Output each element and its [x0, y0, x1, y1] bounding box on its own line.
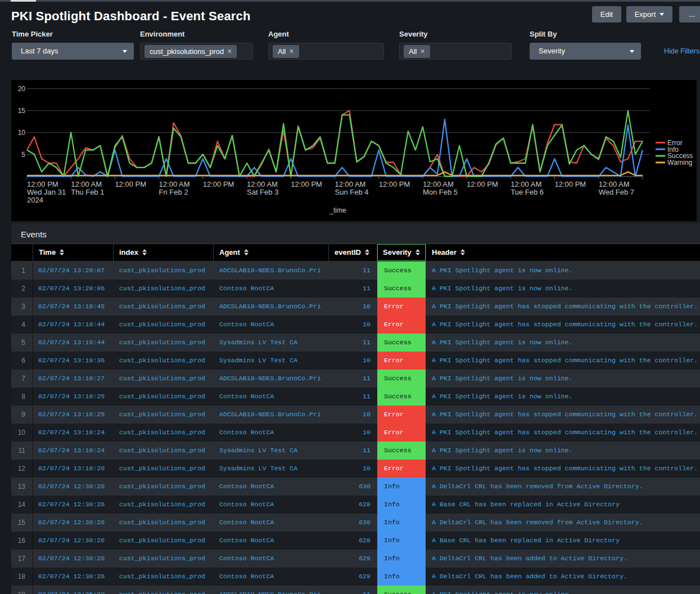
svg-text:20: 20 — [18, 85, 26, 93]
svg-text:12:00 PM: 12:00 PM — [203, 180, 234, 188]
svg-text:Tue Feb 6: Tue Feb 6 — [511, 188, 544, 196]
svg-text:Wed Feb 7: Wed Feb 7 — [599, 188, 634, 196]
svg-text:12:00 PM: 12:00 PM — [115, 180, 146, 188]
svg-text:12:00 PM: 12:00 PM — [27, 180, 58, 188]
svg-text:12:00 PM: 12:00 PM — [555, 180, 586, 188]
svg-text:Wed Jan 31: Wed Jan 31 — [27, 188, 66, 196]
svg-text:Fri Feb 2: Fri Feb 2 — [159, 188, 188, 196]
svg-text:12:00 AM: 12:00 AM — [71, 180, 102, 188]
svg-text:15: 15 — [18, 107, 26, 115]
svg-text:12:00 AM: 12:00 AM — [423, 180, 454, 188]
svg-text:12:00 AM: 12:00 AM — [511, 180, 541, 188]
svg-text:12:00 PM: 12:00 PM — [291, 180, 322, 188]
svg-text:12:00 AM: 12:00 AM — [335, 180, 366, 188]
svg-text:10: 10 — [18, 129, 26, 137]
svg-text:Thu Feb 1: Thu Feb 1 — [71, 188, 104, 196]
svg-text:12:00 AM: 12:00 AM — [159, 180, 190, 188]
svg-text:Warning: Warning — [667, 159, 692, 166]
svg-text:Sat Feb 3: Sat Feb 3 — [247, 188, 278, 196]
svg-text:Mon Feb 5: Mon Feb 5 — [423, 188, 458, 196]
svg-text:Sun Feb 4: Sun Feb 4 — [335, 188, 369, 196]
svg-text:12:00 PM: 12:00 PM — [467, 180, 498, 188]
svg-text:5: 5 — [21, 151, 25, 159]
svg-text:12:00 AM: 12:00 AM — [599, 180, 630, 188]
svg-text:2024: 2024 — [27, 196, 43, 204]
svg-text:_time: _time — [329, 206, 346, 214]
svg-text:12:00 AM: 12:00 AM — [247, 180, 278, 188]
svg-text:12:00 PM: 12:00 PM — [379, 180, 410, 188]
